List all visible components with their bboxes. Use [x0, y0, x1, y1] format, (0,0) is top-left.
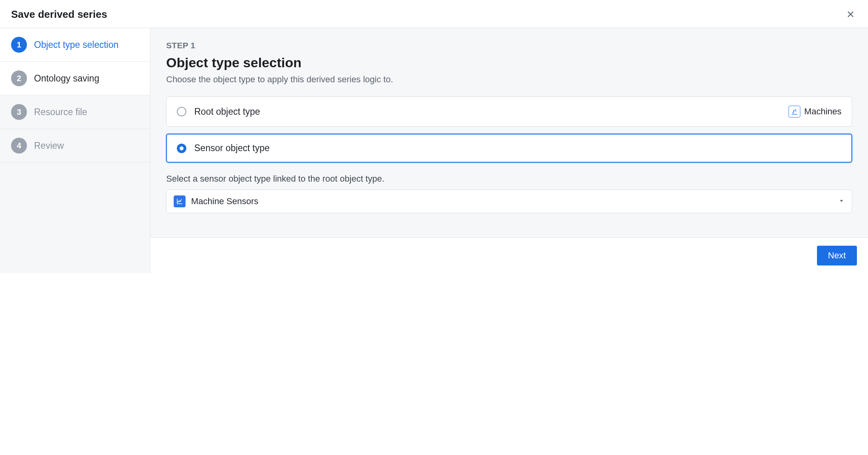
chevron-down-icon [838, 197, 845, 206]
step-label: Review [34, 140, 64, 151]
dialog-title: Save derived series [11, 8, 107, 21]
step-badge: 1 [11, 37, 27, 53]
dialog-header: Save derived series [0, 0, 868, 28]
step-badge: 3 [11, 104, 27, 120]
radio-sensor-object-type[interactable]: Sensor object type [166, 134, 852, 163]
radio-label: Sensor object type [194, 143, 841, 154]
save-derived-series-dialog: Save derived series 1 Object type select… [0, 0, 868, 273]
step-item-resource-file[interactable]: 3 Resource file [0, 95, 150, 129]
step-heading: Object type selection [166, 55, 852, 70]
step-label: Ontology saving [34, 73, 99, 84]
radio-root-object-type[interactable]: Root object type Machines [166, 97, 852, 127]
chart-icon [174, 195, 186, 207]
dialog-body: 1 Object type selection 2 Ontology savin… [0, 28, 868, 273]
next-button[interactable]: Next [817, 246, 857, 265]
select-value: Machine Sensors [191, 196, 833, 207]
sensor-object-type-select[interactable]: Machine Sensors [166, 190, 852, 213]
step-item-object-type-selection[interactable]: 1 Object type selection [0, 28, 150, 62]
machine-icon [788, 106, 800, 118]
wizard-sidebar: 1 Object type selection 2 Ontology savin… [0, 28, 150, 273]
radio-label: Root object type [194, 106, 781, 117]
step-eyebrow: STEP 1 [166, 41, 852, 50]
sensor-select-prompt: Select a sensor object type linked to th… [166, 174, 852, 184]
step-label: Object type selection [34, 40, 119, 50]
wizard-content: STEP 1 Object type selection Choose the … [150, 28, 868, 237]
radio-icon [177, 107, 186, 116]
close-button[interactable] [844, 8, 857, 21]
close-icon [847, 13, 855, 19]
step-badge: 4 [11, 138, 27, 154]
step-item-ontology-saving[interactable]: 2 Ontology saving [0, 62, 150, 95]
step-badge: 2 [11, 70, 27, 86]
step-item-review[interactable]: 4 Review [0, 129, 150, 163]
step-label: Resource file [34, 107, 87, 118]
root-object-type-value: Machines [804, 106, 841, 117]
root-object-type-tag: Machines [788, 106, 841, 118]
radio-icon [177, 144, 186, 153]
step-description: Choose the object type to apply this der… [166, 74, 852, 85]
wizard-footer: Next [150, 237, 868, 273]
wizard-main: STEP 1 Object type selection Choose the … [150, 28, 868, 273]
